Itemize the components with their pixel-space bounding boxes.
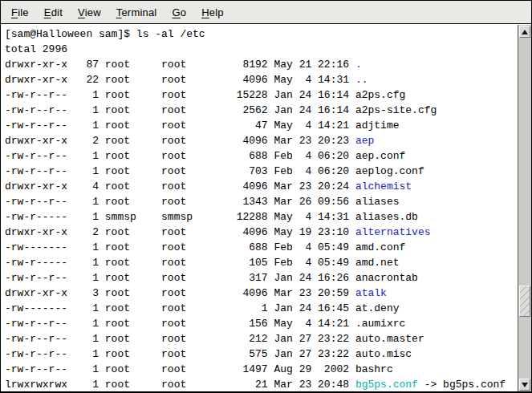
entry-details: -rw-r--r-- 1 root root 1343 Mar 26 09:56 xyxy=(5,196,355,208)
entry-line: -rw------- 1 root root 1 Jan 24 16:45 at… xyxy=(5,301,517,316)
file-name: bashrc xyxy=(355,363,393,375)
entry-line: -rw-r--r-- 1 root root 703 Feb 4 06:20 a… xyxy=(5,164,517,179)
file-name: at.deny xyxy=(355,302,400,314)
entry-details: -rw-r--r-- 1 root root 47 May 4 14:21 xyxy=(5,120,355,132)
scrollbar-thumb[interactable] xyxy=(519,286,530,317)
file-name: auto.master xyxy=(355,333,424,345)
terminal-area: [sam@Halloween sam]$ ls -al /etctotal 29… xyxy=(1,25,531,391)
entry-details: -rw-r--r-- 1 root root 15228 Jan 24 16:1… xyxy=(5,89,355,101)
entry-line: lrwxrwxrwx 1 root root 21 Mar 23 20:48 b… xyxy=(5,377,517,391)
symlink-target: -> bg5ps.conf xyxy=(418,379,506,391)
entry-line: -rw-r--r-- 1 root root 1497 Aug 29 2002 … xyxy=(5,362,517,377)
entry-line: -rw-r--r-- 1 root root 575 Jan 27 23:22 … xyxy=(5,346,517,362)
menu-go[interactable]: Go xyxy=(172,6,186,18)
scroll-down-icon xyxy=(522,383,528,387)
entry-details: drwxr-xr-x 4 root root 4096 Mar 23 20:24 xyxy=(5,180,355,192)
menu-help[interactable]: Help xyxy=(201,6,224,18)
file-name: aeplog.conf xyxy=(355,165,424,177)
terminal-screen[interactable]: [sam@Halloween sam]$ ls -al /etctotal 29… xyxy=(5,26,517,391)
entry-details: drwxr-xr-x 2 root root 4096 Mar 23 20:23 xyxy=(5,135,355,147)
file-name: a2ps-site.cfg xyxy=(355,104,437,116)
prompt-line: [sam@Halloween sam]$ ls -al /etc xyxy=(5,26,517,42)
menu-terminal[interactable]: Terminal xyxy=(116,6,157,18)
entry-details: -rw-r----- 1 smmsp smmsp 12288 May 4 14:… xyxy=(5,211,355,223)
scroll-down-button[interactable] xyxy=(519,379,530,391)
directory-name: alchemist xyxy=(355,180,412,192)
entry-line: -rw-r--r-- 1 root root 2562 Jan 24 16:14… xyxy=(5,103,517,118)
entry-line: drwxr-xr-x 3 root root 4096 Mar 23 20:59… xyxy=(5,286,517,301)
summary-line: total 2996 xyxy=(5,42,517,57)
entry-line: -rw-r--r-- 1 root root 688 Feb 4 06:20 a… xyxy=(5,148,517,164)
terminal-window: FileEditViewTerminalGoHelp [sam@Hallowee… xyxy=(0,0,532,393)
entry-line: drwxr-xr-x 4 root root 4096 Mar 23 20:24… xyxy=(5,179,517,194)
entry-line: drwxr-xr-x 87 root root 8192 May 21 22:1… xyxy=(5,57,517,72)
entry-line: drwxr-xr-x 2 root root 4096 May 19 23:10… xyxy=(5,225,517,240)
file-name: amd.net xyxy=(355,257,400,269)
entry-details: -rw-r--r-- 1 root root 317 Jan 24 16:26 xyxy=(5,272,355,284)
entry-line: -rw-r----- 1 root root 105 Feb 4 05:49 a… xyxy=(5,255,517,270)
menu-file[interactable]: File xyxy=(11,6,29,18)
entry-details: -rw-r--r-- 1 root root 156 May 4 14:21 xyxy=(5,318,355,330)
entry-details: -rw-r--r-- 1 root root 688 Feb 4 06:20 xyxy=(5,150,355,162)
file-name: aliases.db xyxy=(355,211,418,223)
entry-line: -rw------- 1 root root 688 Feb 4 05:49 a… xyxy=(5,240,517,255)
entry-line: -rw-r--r-- 1 root root 317 Jan 24 16:26 … xyxy=(5,270,517,286)
file-name: a2ps.cfg xyxy=(355,89,405,101)
directory-name: .. xyxy=(355,74,368,86)
entry-details: drwxr-xr-x 2 root root 4096 May 19 23:10 xyxy=(5,226,355,238)
menu-bar: FileEditViewTerminalGoHelp xyxy=(1,1,531,24)
entry-details: drwxr-xr-x 3 root root 4096 Mar 23 20:59 xyxy=(5,287,355,299)
entry-details: -rw------- 1 root root 688 Feb 4 05:49 xyxy=(5,241,355,253)
entry-line: drwxr-xr-x 22 root root 4096 May 4 14:31… xyxy=(5,72,517,87)
directory-name: . xyxy=(355,59,362,71)
symlink-name: bg5ps.conf xyxy=(355,379,418,391)
entry-details: -rw-r--r-- 1 root root 2562 Jan 24 16:14 xyxy=(5,104,355,116)
file-name: auto.misc xyxy=(355,348,412,360)
file-name: aep.conf xyxy=(355,150,405,162)
file-name: .aumixrc xyxy=(355,318,405,330)
menu-view[interactable]: View xyxy=(78,6,101,18)
scroll-up-button[interactable] xyxy=(519,26,530,38)
file-name: anacrontab xyxy=(355,272,418,284)
directory-name: alternatives xyxy=(355,226,431,238)
file-name: amd.conf xyxy=(355,241,405,253)
entry-details: drwxr-xr-x 87 root root 8192 May 21 22:1… xyxy=(5,59,355,71)
entry-line: -rw-r----- 1 smmsp smmsp 12288 May 4 14:… xyxy=(5,209,517,225)
entry-details: -rw-r--r-- 1 root root 703 Feb 4 06:20 xyxy=(5,165,355,177)
entry-details: -rw-r--r-- 1 root root 575 Jan 27 23:22 xyxy=(5,348,355,360)
file-name: aliases xyxy=(355,196,400,208)
scrollbar-track[interactable] xyxy=(518,25,531,391)
entry-details: -rw-r----- 1 root root 105 Feb 4 05:49 xyxy=(5,257,355,269)
entry-line: -rw-r--r-- 1 root root 1343 Mar 26 09:56… xyxy=(5,194,517,209)
directory-name: atalk xyxy=(355,287,387,299)
entry-details: -rw-r--r-- 1 root root 212 Jan 27 23:22 xyxy=(5,333,355,345)
entry-details: -rw-r--r-- 1 root root 1497 Aug 29 2002 xyxy=(5,363,355,375)
entry-details: -rw------- 1 root root 1 Jan 24 16:45 xyxy=(5,302,355,314)
entry-line: -rw-r--r-- 1 root root 212 Jan 27 23:22 … xyxy=(5,331,517,346)
file-name: adjtime xyxy=(355,120,400,132)
entry-line: -rw-r--r-- 1 root root 156 May 4 14:21 .… xyxy=(5,316,517,331)
entry-line: drwxr-xr-x 2 root root 4096 Mar 23 20:23… xyxy=(5,133,517,148)
scroll-up-icon xyxy=(522,30,528,34)
entry-line: -rw-r--r-- 1 root root 47 May 4 14:21 ad… xyxy=(5,118,517,133)
directory-name: aep xyxy=(355,135,374,147)
entry-line: -rw-r--r-- 1 root root 15228 Jan 24 16:1… xyxy=(5,87,517,103)
entry-details: lrwxrwxrwx 1 root root 21 Mar 23 20:48 xyxy=(5,379,355,391)
menu-edit[interactable]: Edit xyxy=(44,6,63,18)
entry-details: drwxr-xr-x 22 root root 4096 May 4 14:31 xyxy=(5,74,355,86)
